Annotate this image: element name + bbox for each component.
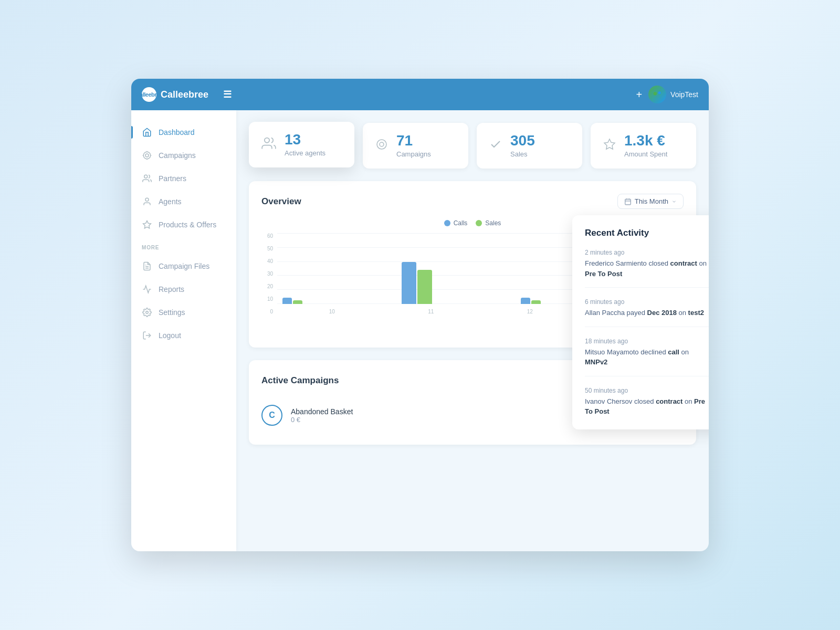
bar-calls-10 (282, 298, 292, 304)
stat-content-sales: 305 Sales (510, 133, 535, 158)
home-icon (142, 127, 152, 138)
stat-content-amount: 1.3k € Amount Spent (624, 133, 667, 158)
stat-card-sales: 305 Sales (477, 123, 582, 169)
bar-group-11 (402, 262, 440, 304)
stat-content-agents: 13 Active agents (285, 132, 326, 157)
y-label-50: 50 (267, 246, 273, 251)
overview-period-selector[interactable]: This Month (617, 194, 684, 209)
stat-label-sales: Sales (510, 150, 535, 158)
svg-point-2 (143, 152, 151, 159)
primary-nav: Dashboard Campaigns (131, 121, 236, 236)
file-icon (142, 261, 152, 271)
svg-point-13 (146, 311, 149, 314)
user-name: VoipTest (670, 90, 698, 99)
activity-title: Recent Activity (585, 228, 709, 238)
x-label-12: 12 (480, 309, 580, 314)
amount-stat-icon (603, 138, 616, 154)
activity-time-4: 50 minutes ago (585, 387, 709, 394)
legend-sales: Sales (476, 219, 501, 227)
campaigns-icon (142, 150, 152, 161)
svg-point-1 (658, 91, 661, 94)
secondary-nav: Campaign Files Reports (131, 255, 236, 347)
legend-calls: Calls (444, 219, 468, 227)
activity-text-3: Mitsuo Mayamoto declined call on MNPv2 (585, 347, 709, 368)
calls-dot (444, 220, 450, 226)
svg-point-8 (144, 175, 148, 178)
sidebar-item-campaigns[interactable]: Campaigns (131, 144, 236, 167)
header-right: + VoipTest (636, 86, 698, 103)
svg-marker-18 (604, 139, 615, 149)
main-content: Dashboard Campaigns (131, 110, 709, 551)
sidebar-item-products[interactable]: Products & Offers (131, 213, 236, 236)
sidebar-item-agents[interactable]: Agents (131, 190, 236, 213)
sidebar-item-settings[interactable]: Settings (131, 301, 236, 324)
star-icon (142, 219, 152, 230)
sidebar-label-campaign-files: Campaign Files (159, 262, 209, 270)
stat-card-amount: 1.3k € Amount Spent (591, 123, 696, 169)
sidebar-label-reports: Reports (159, 285, 184, 293)
stat-content-campaigns: 71 Campaigns (396, 133, 431, 158)
menu-icon[interactable]: ☰ (223, 89, 232, 100)
sidebar-label-campaigns: Campaigns (159, 151, 196, 160)
overview-title: Overview (261, 196, 301, 207)
sidebar-label-agents: Agents (159, 197, 182, 206)
activity-text-2: Allan Paccha payed Dec 2018 on test2 (585, 308, 709, 318)
stats-row: 13 Active agents 71 Campaigns (249, 123, 696, 169)
svg-point-16 (377, 140, 386, 149)
activity-time-2: 6 minutes ago (585, 298, 709, 306)
stat-label-campaigns: Campaigns (396, 150, 431, 158)
agents-icon (142, 196, 152, 207)
campaigns-title: Active Campaigns (261, 375, 339, 386)
stat-number-campaigns: 71 (396, 133, 431, 148)
stat-number-sales: 305 (510, 133, 535, 148)
activity-item-2: 6 minutes ago Allan Paccha payed Dec 201… (585, 298, 709, 327)
sidebar-item-dashboard[interactable]: Dashboard (131, 121, 236, 144)
stat-card-campaigns: 71 Campaigns (363, 123, 468, 169)
y-label-40: 40 (267, 258, 273, 264)
y-label-10: 10 (267, 296, 273, 302)
sidebar-item-campaign-files[interactable]: Campaign Files (131, 255, 236, 278)
svg-marker-10 (143, 221, 151, 228)
svg-point-17 (380, 142, 384, 146)
sidebar-item-logout[interactable]: Logout (131, 324, 236, 347)
bar-calls-12 (521, 298, 530, 304)
sidebar-item-partners[interactable]: Partners (131, 167, 236, 190)
sidebar-item-reports[interactable]: Reports (131, 278, 236, 301)
activity-time-1: 2 minutes ago (585, 249, 709, 256)
partners-icon (142, 173, 152, 184)
bar-sales-11 (417, 270, 432, 304)
sales-chart-label: Sales (485, 219, 501, 227)
campaign-info: Abandoned Basket 0 € (291, 407, 353, 424)
bar-sales-12 (531, 300, 541, 304)
y-label-60: 60 (267, 233, 273, 239)
stat-label-amount: Amount Spent (624, 150, 667, 158)
activity-item-4: 50 minutes ago Ivanov Chersov closed con… (585, 387, 709, 417)
sidebar-label-products: Products & Offers (159, 220, 216, 229)
x-label-10: 10 (282, 309, 382, 314)
svg-point-3 (145, 154, 149, 157)
header: Calleebree Calleebree ☰ + VoipTest (131, 79, 709, 110)
bar-calls-11 (402, 262, 416, 304)
campaign-logo: C (261, 405, 282, 426)
sidebar-label-logout: Logout (159, 331, 181, 340)
avatar (648, 86, 666, 103)
x-label-11: 11 (382, 309, 481, 314)
reports-icon (142, 284, 152, 295)
overview-period-label: This Month (635, 197, 668, 205)
activity-text-1: Frederico Sarmiento closed contract on P… (585, 258, 709, 279)
agents-stat-icon (261, 136, 276, 154)
bar-group-12 (521, 298, 559, 304)
logo-icon: Calleebree (142, 87, 156, 102)
campaigns-stat-icon (375, 138, 388, 154)
user-profile[interactable]: VoipTest (648, 86, 698, 103)
sales-dot (476, 220, 482, 226)
header-logo: Calleebree Calleebree ☰ (142, 87, 636, 102)
svg-point-0 (654, 92, 657, 96)
stat-card-active-agents: 13 Active agents (249, 122, 354, 167)
stat-number-amount: 1.3k € (624, 133, 667, 148)
sidebar: Dashboard Campaigns (131, 110, 236, 551)
app-name: Calleebree (161, 89, 208, 100)
logout-icon (142, 330, 152, 341)
add-button[interactable]: + (636, 89, 642, 101)
sidebar-label-settings: Settings (159, 308, 185, 317)
